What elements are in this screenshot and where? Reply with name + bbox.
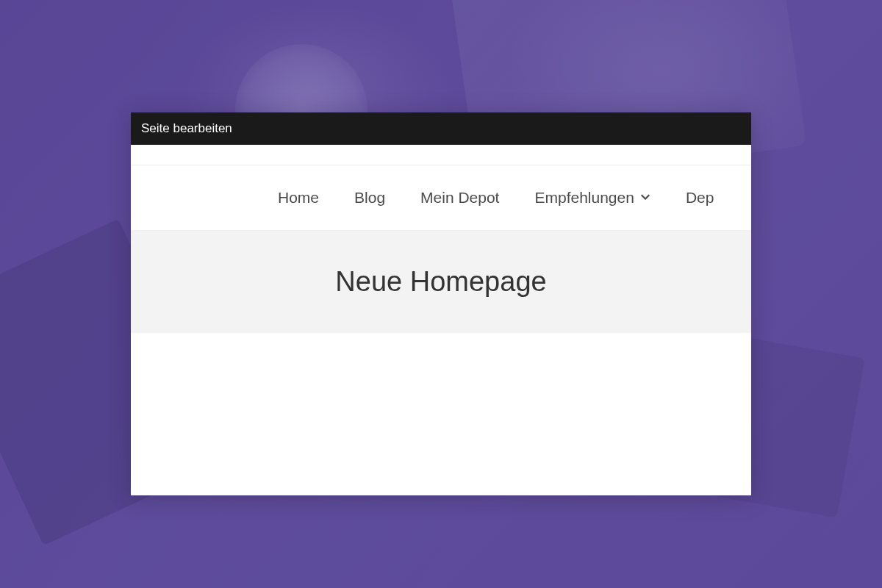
- top-strip: [131, 145, 751, 165]
- admin-bar-label[interactable]: Seite bearbeiten: [141, 121, 232, 136]
- content-area: [131, 333, 751, 465]
- nav-item-home[interactable]: Home: [278, 189, 319, 207]
- nav-item-blog[interactable]: Blog: [354, 189, 385, 207]
- nav-item-dep[interactable]: Dep: [686, 189, 714, 207]
- chevron-down-icon: [640, 193, 650, 203]
- page-title: Neue Homepage: [146, 266, 736, 298]
- page-header: Neue Homepage: [131, 231, 751, 333]
- admin-bar[interactable]: Seite bearbeiten: [131, 112, 751, 145]
- nav-label: Empfehlungen: [534, 189, 634, 207]
- nav-item-empfehlungen[interactable]: Empfehlungen: [534, 189, 650, 207]
- browser-window: Seite bearbeiten Home Blog Mein Depot Em…: [131, 112, 751, 495]
- nav-label: Dep: [686, 189, 714, 207]
- nav-label: Home: [278, 189, 319, 207]
- nav-label: Mein Depot: [420, 189, 499, 207]
- nav-item-mein-depot[interactable]: Mein Depot: [420, 189, 499, 207]
- nav-label: Blog: [354, 189, 385, 207]
- main-navigation: Home Blog Mein Depot Empfehlungen Dep: [131, 165, 751, 231]
